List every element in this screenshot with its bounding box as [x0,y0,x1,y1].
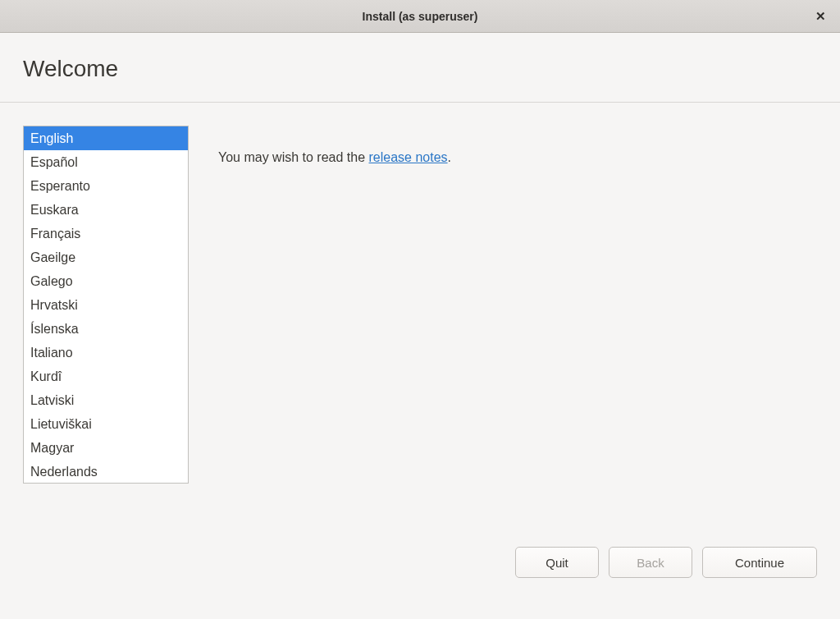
footer-buttons: Quit Back Continue [0,537,840,619]
language-item[interactable]: Italiano [24,341,188,365]
header-area: Welcome [0,33,840,103]
language-item[interactable]: Español [24,150,188,174]
language-item[interactable]: Gaeilge [24,245,188,269]
content-area: EnglishEspañolEsperantoEuskaraFrançaisGa… [0,103,840,537]
page-title: Welcome [23,56,817,82]
language-item[interactable]: Íslenska [24,317,188,341]
language-item[interactable]: Français [24,222,188,245]
language-item[interactable]: English [24,126,188,150]
language-item[interactable]: Lietuviškai [24,412,188,436]
info-suffix: . [448,150,451,164]
language-item[interactable]: Hrvatski [24,293,188,317]
language-item[interactable]: Galego [24,269,188,293]
language-list[interactable]: EnglishEspañolEsperantoEuskaraFrançaisGa… [23,126,189,484]
continue-button[interactable]: Continue [702,547,817,578]
language-item[interactable]: Magyar [24,436,188,460]
info-area: You may wish to read the release notes. [218,126,817,514]
language-item[interactable]: Esperanto [24,174,188,198]
language-item[interactable]: Euskara [24,198,188,222]
window-title: Install (as superuser) [363,10,478,23]
release-notes-text: You may wish to read the release notes. [218,150,817,165]
release-notes-link[interactable]: release notes [369,150,448,164]
info-prefix: You may wish to read the [218,150,369,164]
language-item[interactable]: Kurdî [24,365,188,388]
quit-button[interactable]: Quit [515,547,599,578]
language-item[interactable]: Latviski [24,388,188,412]
close-icon[interactable]: ✕ [812,8,829,25]
back-button: Back [609,547,692,578]
language-item[interactable]: Nederlands [24,460,188,484]
installer-window: Install (as superuser) ✕ Welcome English… [0,0,840,619]
titlebar: Install (as superuser) ✕ [0,0,840,33]
